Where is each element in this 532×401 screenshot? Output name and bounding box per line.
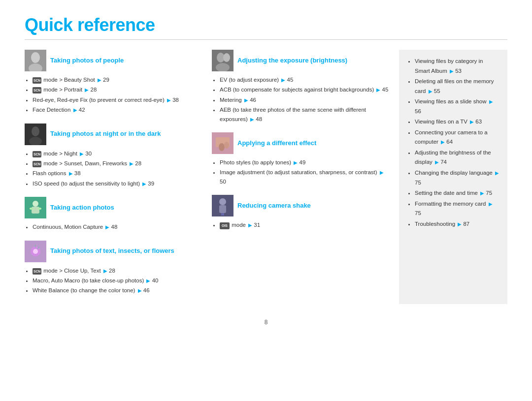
list-item: SCN mode > Sunset, Dawn, Fireworks ▶ 28 — [33, 159, 202, 168]
list-item: Continuous, Motion Capture ▶ 48 — [33, 222, 202, 231]
list-item: Viewing files on a TV ▶ 63 — [415, 117, 499, 127]
list-item: Formatting the memory card ▶ 75 — [415, 199, 499, 218]
section-shake-title: Reducing camera shake — [237, 202, 311, 210]
list-item: Face Detection ▶ 42 — [33, 105, 202, 114]
section-action-title: Taking action photos — [50, 204, 114, 212]
list-item: Photo styles (to apply tones) ▶ 49 — [220, 158, 389, 167]
mode-icon: SCN — [33, 151, 41, 157]
section-macro-header: Taking photos of text, insects, or flowe… — [25, 241, 202, 262]
exposure-thumbnail-svg — [212, 50, 233, 71]
right-panel: Viewing files by category in Smart Album… — [399, 50, 507, 304]
page-title: Quick reference — [25, 15, 507, 35]
section-people-body: SCN mode > Beauty Shot ▶ 29 SCN mode > P… — [25, 75, 202, 115]
section-exposure-body: EV (to adjust exposure) ▶ 45 ACB (to com… — [212, 75, 389, 123]
section-action: Taking action photos Continuous, Motion … — [25, 197, 202, 231]
list-item: Flash options ▶ 38 — [33, 169, 202, 178]
svg-rect-10 — [38, 208, 41, 210]
list-item: SCN mode > Close Up, Text ▶ 28 — [33, 266, 202, 275]
list-item: Red-eye, Red-eye Fix (to prevent or corr… — [33, 95, 202, 104]
list-item: Troubleshooting ▶ 87 — [415, 219, 499, 229]
list-item: Adjusting the brightness of the display … — [415, 148, 499, 167]
section-shake-body: OIS mode ▶ 31 — [212, 220, 389, 229]
list-item: Macro, Auto Macro (to take close-up phot… — [33, 276, 202, 285]
macro-thumbnail-svg — [25, 241, 46, 262]
svg-point-4 — [32, 126, 39, 136]
svg-point-13 — [33, 249, 38, 254]
list-item: AEB (to take three photos of the same sc… — [220, 105, 389, 123]
left-column: Taking photos of people SCN mode > Beaut… — [25, 50, 202, 304]
mode-icon: SCN — [33, 161, 41, 167]
svg-point-1 — [31, 52, 40, 63]
svg-rect-28 — [223, 213, 224, 216]
list-item: Changing the display language ▶ 75 — [415, 168, 499, 187]
section-people-header: Taking photos of people — [25, 50, 202, 71]
svg-rect-9 — [30, 208, 33, 210]
page-number: 8 — [25, 319, 507, 326]
mode-icon: SCN — [33, 87, 41, 93]
thumb-macro — [25, 241, 46, 262]
section-shake-header: Reducing camera shake — [212, 195, 389, 216]
svg-point-25 — [219, 198, 226, 205]
section-macro: Taking photos of text, insects, or flowe… — [25, 241, 202, 295]
list-item: Viewing files as a slide show ▶ 56 — [415, 97, 499, 116]
section-people: Taking photos of people SCN mode > Beaut… — [25, 50, 202, 115]
list-item: White Balance (to change the color tone)… — [33, 286, 202, 295]
svg-rect-26 — [219, 205, 226, 213]
section-night-title: Taking photos at night or in the dark — [50, 130, 161, 138]
list-item: Connecting your camera to a computer ▶ 6… — [415, 128, 499, 147]
svg-point-22 — [219, 143, 225, 151]
list-item: ACB (to compensate for subjects against … — [220, 85, 389, 94]
section-action-header: Taking action photos — [25, 197, 202, 218]
svg-point-23 — [224, 142, 229, 149]
effect-thumbnail-svg — [212, 132, 233, 154]
svg-rect-8 — [32, 207, 39, 214]
thumb-effect — [212, 132, 233, 154]
section-effect: Applying a different effect Photo styles… — [212, 132, 389, 186]
list-item: Viewing files by category in Smart Album… — [415, 57, 499, 76]
night-thumbnail-svg — [25, 123, 46, 145]
list-item: SCN mode > Beauty Shot ▶ 29 — [33, 75, 202, 84]
ois-mode-icon: OIS — [220, 222, 230, 229]
list-item: Image adjustment (to adjust saturation, … — [220, 168, 389, 186]
list-item: SCN mode > Portrait ▶ 28 — [33, 85, 202, 94]
section-shake: Reducing camera shake OIS mode ▶ 31 — [212, 195, 389, 229]
list-item: EV (to adjust exposure) ▶ 45 — [220, 75, 389, 84]
thumb-night — [25, 123, 46, 145]
section-night-body: SCN mode > Night ▶ 30 SCN mode > Sunset,… — [25, 149, 202, 188]
mode-icon: SCN — [33, 77, 41, 84]
section-exposure-title: Adjusting the exposure (brightness) — [237, 57, 347, 65]
section-macro-title: Taking photos of text, insects, or flowe… — [50, 247, 174, 255]
action-thumbnail-svg — [25, 197, 46, 218]
thumb-action — [25, 197, 46, 218]
section-exposure-header: Adjusting the exposure (brightness) — [212, 50, 389, 71]
list-item: ISO speed (to adjust the sensitivity to … — [33, 179, 202, 188]
thumb-people — [25, 50, 46, 71]
section-people-title: Taking photos of people — [50, 57, 124, 65]
section-effect-header: Applying a different effect — [212, 132, 389, 154]
people-thumbnail-svg — [25, 50, 46, 71]
section-macro-body: SCN mode > Close Up, Text ▶ 28 Macro, Au… — [25, 266, 202, 295]
section-night: Taking photos at night or in the dark SC… — [25, 123, 202, 188]
content-grid: Taking photos of people SCN mode > Beaut… — [25, 50, 507, 304]
svg-point-7 — [33, 201, 38, 207]
section-effect-title: Applying a different effect — [237, 139, 316, 148]
thumb-exposure — [212, 50, 233, 71]
title-divider — [25, 39, 507, 40]
list-item: OIS mode ▶ 31 — [220, 220, 389, 229]
section-exposure: Adjusting the exposure (brightness) EV (… — [212, 50, 389, 123]
mode-icon: SCN — [33, 268, 41, 275]
list-item: SCN mode > Night ▶ 30 — [33, 149, 202, 158]
thumb-shake — [212, 195, 233, 216]
svg-rect-27 — [221, 213, 223, 216]
list-item: Setting the date and time ▶ 75 — [415, 188, 499, 198]
shake-thumbnail-svg — [212, 195, 233, 216]
section-effect-body: Photo styles (to apply tones) ▶ 49 Image… — [212, 158, 389, 186]
middle-column: Adjusting the exposure (brightness) EV (… — [212, 50, 389, 304]
section-action-body: Continuous, Motion Capture ▶ 48 — [25, 222, 202, 231]
svg-point-18 — [223, 53, 230, 62]
section-night-header: Taking photos at night or in the dark — [25, 123, 202, 145]
list-item: Metering ▶ 46 — [220, 95, 389, 104]
list-item: Deleting all files on the memory card ▶ … — [415, 77, 499, 96]
